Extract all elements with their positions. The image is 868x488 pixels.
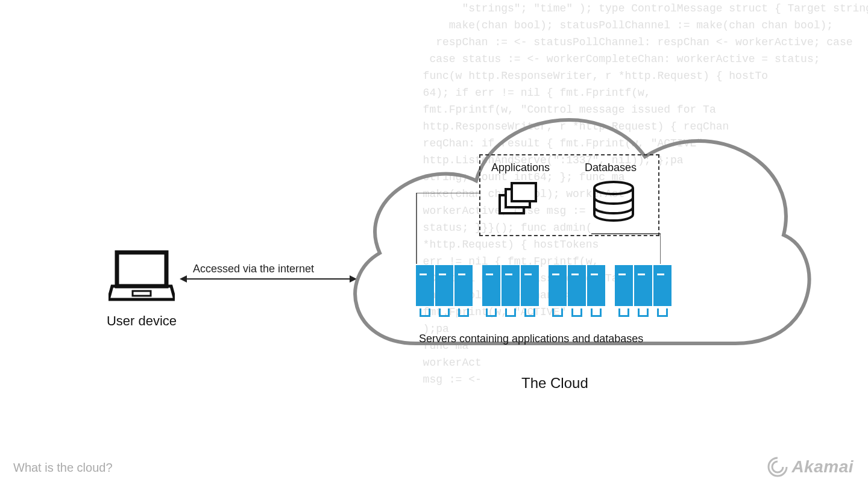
server-unit [549, 265, 567, 306]
svg-rect-4 [512, 183, 536, 201]
database-icon [591, 181, 637, 224]
server-unit [568, 265, 586, 306]
server-unit [482, 265, 500, 306]
server-unit [454, 265, 473, 306]
server-unit [615, 265, 633, 306]
server-unit [521, 265, 539, 306]
server-racks [416, 265, 671, 306]
server-unit [416, 265, 434, 306]
server-unit [502, 265, 520, 306]
server-rack [482, 265, 539, 306]
diagram-stage: User device Accessed via the internet Th… [0, 0, 868, 488]
laptop-icon [108, 250, 175, 304]
server-rack [416, 265, 473, 306]
databases-label: Databases [585, 161, 637, 174]
user-device-label: User device [96, 313, 187, 329]
svg-rect-0 [117, 252, 166, 286]
server-rack [549, 265, 605, 306]
server-unit [435, 265, 453, 306]
svg-point-5 [594, 182, 633, 194]
applications-label: Applications [491, 161, 550, 174]
server-unit [587, 265, 605, 306]
internet-arrow-label: Accessed via the internet [193, 263, 314, 275]
server-unit [653, 265, 671, 306]
svg-rect-1 [133, 291, 151, 296]
servers-label: Servers containing applications and data… [419, 333, 643, 345]
server-unit [634, 265, 652, 306]
applications-icon [497, 181, 541, 224]
cloud-label: The Cloud [521, 375, 588, 392]
server-rack [615, 265, 671, 306]
